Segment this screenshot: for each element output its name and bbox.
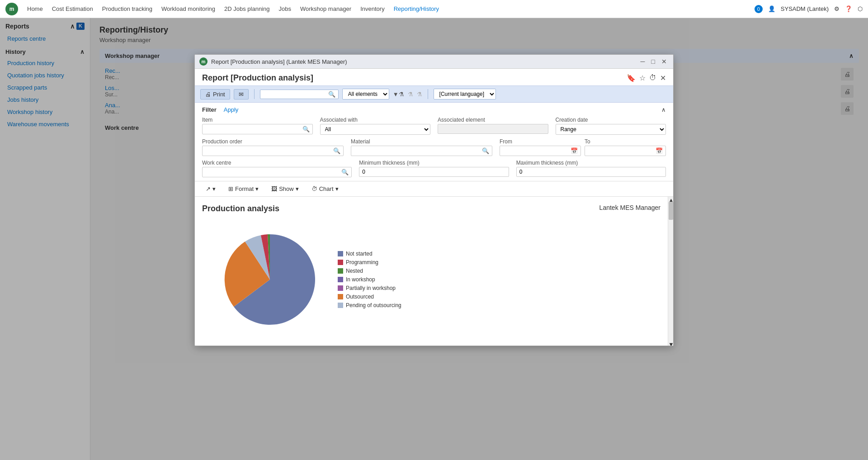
- filter-to-input[interactable]: 📅: [585, 146, 666, 156]
- nav-2d-jobs-planning[interactable]: 2D Jobs planning: [224, 5, 269, 12]
- external-link-btn[interactable]: ↗ ▾: [202, 184, 219, 194]
- format-icon: ⊞: [228, 185, 233, 192]
- format-dropdown-icon: ▾: [255, 185, 259, 192]
- filter-production-order-input[interactable]: 🔍: [202, 146, 344, 156]
- filter-material-field: Material 🔍: [351, 138, 492, 156]
- modal-minimize-btn[interactable]: ─: [639, 58, 647, 65]
- filter-associated-element-input: [438, 124, 548, 134]
- legend-label-programming: Programming: [346, 259, 378, 266]
- filter-options-icon[interactable]: ⚗: [408, 91, 413, 98]
- creation-date-select[interactable]: Range: [556, 124, 666, 135]
- material-search-icon[interactable]: 🔍: [482, 147, 489, 154]
- top-nav-right: 0 👤 SYSADM (Lantek) ⚙ ❓ ⬡: [755, 5, 863, 13]
- bookmark-icon[interactable]: 🔖: [627, 74, 636, 82]
- to-input[interactable]: [588, 148, 656, 154]
- nav-workshop-manager[interactable]: Workshop manager: [300, 5, 351, 12]
- nav-jobs[interactable]: Jobs: [278, 5, 291, 12]
- legend-color-partially-in-workshop: [338, 285, 343, 291]
- production-order-search-icon[interactable]: 🔍: [333, 147, 340, 154]
- user-label: SYSADM (Lantek): [781, 5, 829, 12]
- max-thickness-input[interactable]: [519, 169, 663, 175]
- notification-badge[interactable]: 0: [755, 5, 763, 13]
- legend-programming: Programming: [338, 259, 401, 266]
- legend-partially-in-workshop: Partially in workshop: [338, 285, 401, 291]
- toolbar-separator-2: [428, 89, 428, 99]
- nav-production-tracking[interactable]: Production tracking: [102, 5, 152, 12]
- legend-label-not-started: Not started: [346, 251, 373, 257]
- filter-header: Filter Apply ∧: [202, 106, 666, 113]
- scrollbar-up-btn[interactable]: ▲: [668, 197, 673, 201]
- language-select[interactable]: [Current language]: [434, 89, 496, 100]
- filter-icon[interactable]: ▼⚗: [393, 91, 404, 98]
- modal-scrollbar[interactable]: ▲ ▼: [668, 197, 673, 346]
- modal-header-close-btn[interactable]: ✕: [660, 74, 666, 82]
- calendar-from-icon[interactable]: 📅: [571, 147, 578, 154]
- modal-toolbar: 🖨 Print ✉ 🔍 All elements ▼⚗ ⚗ ⚗ [Current…: [195, 85, 673, 103]
- report-title-area: Production analysis Lantek MES Manager: [202, 204, 660, 213]
- filter-min-thickness-label: Minimum thickness (mm): [359, 160, 509, 166]
- legend-color-outsourced: [338, 294, 343, 299]
- filter-max-thickness-input[interactable]: [516, 167, 666, 177]
- nav-workload-monitoring[interactable]: Workload monitoring: [161, 5, 215, 12]
- filter-row-3: Work centre 🔍 Minimum thickness (mm) Max…: [202, 160, 666, 177]
- filter-label: Filter: [202, 106, 217, 113]
- show-button[interactable]: 🖼 Show ▾: [268, 184, 302, 194]
- print-button[interactable]: 🖨 Print: [200, 89, 230, 100]
- work-centre-input[interactable]: [205, 169, 341, 175]
- format-button[interactable]: ⊞ Format ▾: [225, 184, 262, 194]
- filter-work-centre-input[interactable]: 🔍: [202, 167, 352, 177]
- filter-creation-date-label: Creation date: [556, 117, 666, 123]
- filter-to-field: To 📅: [585, 138, 666, 156]
- modal-maximize-btn[interactable]: □: [650, 58, 657, 65]
- legend-nested: Nested: [338, 268, 401, 274]
- modal-titlebar-buttons: ─ □ ✕: [639, 58, 669, 65]
- filter-item-input[interactable]: 🔍: [202, 124, 313, 134]
- chart-button[interactable]: ⏱ Chart ▾: [308, 184, 342, 194]
- legend-color-pending-outsourcing: [338, 303, 343, 308]
- filter-grid: Item 🔍 Associated with All Associated el…: [202, 117, 666, 135]
- chart-label: Chart: [319, 185, 334, 192]
- filter-from-input[interactable]: 📅: [500, 146, 581, 156]
- elements-select[interactable]: All elements: [342, 89, 389, 100]
- external-link-icon: ↗: [206, 185, 211, 192]
- production-order-input[interactable]: [205, 148, 333, 154]
- search-input[interactable]: [263, 91, 326, 97]
- show-label: Show: [279, 185, 294, 192]
- apply-button[interactable]: Apply: [224, 106, 239, 113]
- close-session-icon[interactable]: ⬡: [858, 5, 863, 12]
- associated-with-select[interactable]: All: [320, 124, 431, 135]
- nav-home[interactable]: Home: [27, 5, 43, 12]
- filter-row-2: Production order 🔍 Material 🔍: [202, 138, 666, 156]
- filter-associated-with-label: Associated with: [320, 117, 431, 123]
- nav-reporting-history[interactable]: Reporting/History: [394, 5, 439, 12]
- star-icon[interactable]: ☆: [639, 74, 646, 82]
- legend-color-in-workshop: [338, 277, 343, 282]
- email-button[interactable]: ✉: [234, 89, 249, 100]
- nav-cost-estimation[interactable]: Cost Estimation: [52, 5, 93, 12]
- filter-min-thickness-input[interactable]: [359, 167, 509, 177]
- help-icon[interactable]: ❓: [845, 5, 852, 12]
- toolbar-search[interactable]: 🔍: [260, 90, 339, 99]
- filter-collapse-icon[interactable]: ∧: [661, 106, 666, 113]
- legend-outsourced: Outsourced: [338, 294, 401, 300]
- item-search-icon[interactable]: 🔍: [302, 126, 310, 133]
- material-input[interactable]: [354, 148, 482, 154]
- modal-header: Report [Production analysis] 🔖 ☆ ⏱ ✕: [195, 69, 673, 85]
- filter-material-input[interactable]: 🔍: [351, 146, 492, 156]
- work-centre-search-icon[interactable]: 🔍: [341, 169, 349, 175]
- search-icon: 🔍: [328, 91, 335, 98]
- calendar-to-icon[interactable]: 📅: [656, 147, 663, 154]
- filter-clear-icon[interactable]: ⚗: [417, 91, 422, 98]
- scrollbar-down-btn[interactable]: ▼: [668, 341, 673, 346]
- item-input[interactable]: [205, 126, 302, 133]
- clock-icon[interactable]: ⏱: [649, 74, 656, 82]
- from-input[interactable]: [503, 148, 571, 154]
- legend-in-workshop: In workshop: [338, 276, 401, 283]
- nav-inventory[interactable]: Inventory: [360, 5, 384, 12]
- settings-icon[interactable]: ⚙: [834, 5, 840, 12]
- min-thickness-input[interactable]: [362, 169, 505, 175]
- modal-close-btn[interactable]: ✕: [660, 58, 669, 65]
- external-link-dropdown-icon: ▾: [212, 185, 216, 192]
- modal-titlebar-title: Report [Production analysis] (Lantek MES…: [211, 58, 635, 65]
- scrollbar-thumb[interactable]: [669, 202, 673, 220]
